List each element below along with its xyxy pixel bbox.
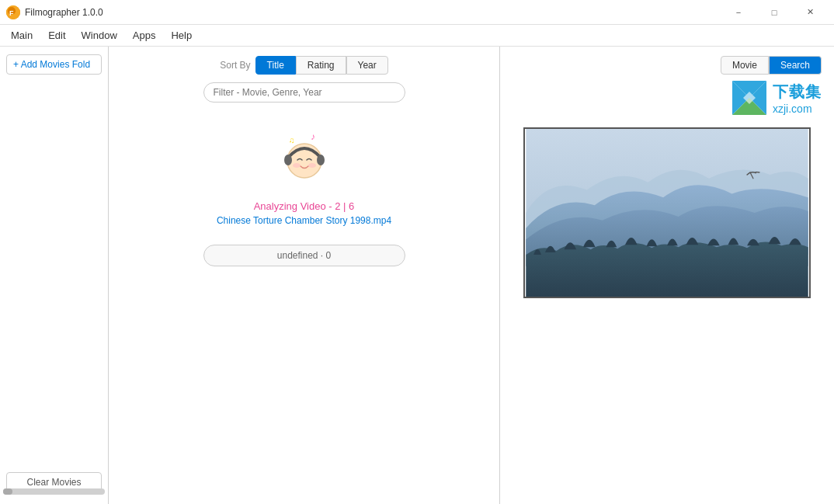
character-icon: ♪ ♫ <box>273 126 335 188</box>
right-panel: Movie Search <box>500 47 834 504</box>
watermark-icon <box>729 78 770 118</box>
center-content: Sort By Title Rating Year ♪ ♫ <box>109 47 500 504</box>
progress-text: undefined · 0 <box>277 250 331 261</box>
sort-year-button[interactable]: Year <box>346 56 388 75</box>
title-bar: F Filmographer 1.0.0 − □ ✕ <box>0 0 834 25</box>
window-controls: − □ ✕ <box>721 0 828 25</box>
menu-bar: Main Edit Window Apps Help <box>0 25 834 47</box>
analyzing-area: ♪ ♫ <box>203 126 405 266</box>
watermark-line1: 下载集 <box>773 82 822 103</box>
menu-apps[interactable]: Apps <box>125 26 164 44</box>
add-movies-button[interactable]: + Add Movies Fold <box>6 54 102 75</box>
svg-text:♪: ♪ <box>311 131 315 142</box>
watermark: 下载集 xzji.com <box>729 78 822 118</box>
progress-bar: undefined · 0 <box>203 245 405 266</box>
search-button[interactable]: Search <box>769 56 822 75</box>
app-icon: F <box>6 5 20 19</box>
menu-main[interactable]: Main <box>3 26 40 44</box>
preview-image-container <box>523 127 811 298</box>
sort-title-button[interactable]: Title <box>255 56 296 75</box>
sidebar-bottom: Clear Movies <box>6 472 102 496</box>
sidebar-top: + Add Movies Fold <box>6 54 102 75</box>
sort-rating-button[interactable]: Rating <box>296 56 346 75</box>
watermark-text: 下载集 xzji.com <box>773 82 822 115</box>
movie-button[interactable]: Movie <box>721 56 769 75</box>
sidebar: + Add Movies Fold Clear Movies <box>0 47 109 504</box>
svg-point-7 <box>317 155 325 165</box>
menu-window[interactable]: Window <box>74 26 125 44</box>
analyzing-text: Analyzing Video - 2 | 6 <box>254 200 355 212</box>
menu-edit[interactable]: Edit <box>40 26 73 44</box>
svg-text:F: F <box>9 9 14 17</box>
filter-input[interactable] <box>203 82 405 103</box>
right-panel-content: Movie Search <box>513 56 822 495</box>
main-container: + Add Movies Fold Clear Movies Sort By T… <box>0 47 834 504</box>
maximize-button[interactable]: □ <box>756 0 792 25</box>
sort-by-label: Sort By <box>220 60 250 71</box>
minimize-button[interactable]: − <box>721 0 756 25</box>
search-bar: Movie Search <box>721 56 822 75</box>
app-title: Filmographer 1.0.0 <box>25 7 721 18</box>
close-button[interactable]: ✕ <box>792 0 828 25</box>
watermark-line2: xzji.com <box>773 103 822 115</box>
svg-point-9 <box>308 163 316 168</box>
filename-text: Chinese Torture Chamber Story 1998.mp4 <box>217 215 391 226</box>
menu-help[interactable]: Help <box>163 26 200 44</box>
svg-text:♫: ♫ <box>289 136 295 144</box>
svg-point-8 <box>293 163 301 168</box>
sort-bar: Sort By Title Rating Year <box>220 56 388 75</box>
svg-point-6 <box>284 155 292 165</box>
